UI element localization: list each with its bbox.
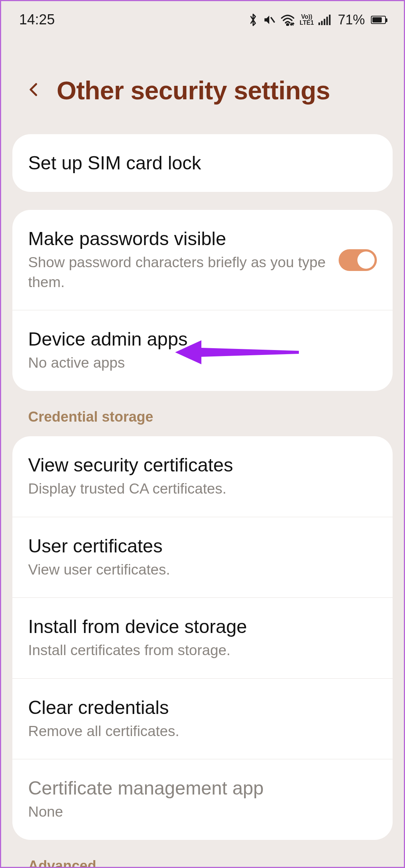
status-icons: Vo)) LTE1 71% bbox=[248, 12, 386, 28]
page-title: Other security settings bbox=[57, 76, 330, 105]
item-device-admin-apps[interactable]: Device admin apps No active apps bbox=[12, 310, 393, 391]
item-subtitle: Display trusted CA certificates. bbox=[28, 479, 377, 499]
item-subtitle: Install certificates from storage. bbox=[28, 641, 377, 660]
item-title: Device admin apps bbox=[28, 328, 377, 350]
item-make-passwords-visible[interactable]: Make passwords visible Show password cha… bbox=[12, 210, 393, 310]
item-subtitle: View user certificates. bbox=[28, 560, 377, 580]
toggle-passwords-visible[interactable] bbox=[339, 249, 377, 271]
battery-icon bbox=[371, 16, 386, 24]
item-sim-card-lock[interactable]: Set up SIM card lock bbox=[12, 134, 393, 192]
item-subtitle: None bbox=[28, 802, 377, 822]
volte-icon: Vo)) LTE1 bbox=[300, 14, 314, 26]
mute-icon bbox=[263, 13, 276, 26]
item-install-from-storage[interactable]: Install from device storage Install cert… bbox=[12, 597, 393, 678]
back-icon[interactable] bbox=[25, 81, 42, 99]
svg-rect-5 bbox=[324, 19, 325, 25]
item-subtitle: No active apps bbox=[28, 353, 377, 373]
item-title: Make passwords visible bbox=[28, 228, 327, 250]
item-title: View security certificates bbox=[28, 454, 377, 476]
bluetooth-icon bbox=[248, 13, 258, 27]
battery-percent: 71% bbox=[338, 12, 365, 28]
section-credential-storage: Credential storage bbox=[1, 409, 404, 436]
svg-rect-4 bbox=[321, 21, 322, 25]
section-advanced: Advanced bbox=[1, 858, 404, 868]
svg-rect-6 bbox=[326, 16, 328, 25]
item-title: Clear credentials bbox=[28, 697, 377, 718]
item-clear-credentials[interactable]: Clear credentials Remove all certificate… bbox=[12, 678, 393, 759]
svg-rect-7 bbox=[329, 15, 330, 25]
item-title: User certificates bbox=[28, 535, 377, 557]
page-header: Other security settings bbox=[1, 38, 404, 127]
item-view-security-certificates[interactable]: View security certificates Display trust… bbox=[12, 436, 393, 517]
item-title: Certificate management app bbox=[28, 777, 377, 799]
item-subtitle: Remove all certificates. bbox=[28, 721, 377, 741]
item-subtitle: Show password characters briefly as you … bbox=[28, 253, 327, 292]
item-certificate-management-app[interactable]: Certificate management app None bbox=[12, 759, 393, 840]
signal-icon bbox=[318, 15, 331, 25]
status-time: 14:25 bbox=[19, 12, 55, 28]
item-title: Install from device storage bbox=[28, 616, 377, 638]
card-sim: Set up SIM card lock bbox=[12, 134, 393, 192]
wifi-icon bbox=[280, 14, 295, 26]
card-passwords-admin: Make passwords visible Show password cha… bbox=[12, 210, 393, 391]
item-user-certificates[interactable]: User certificates View user certificates… bbox=[12, 517, 393, 598]
svg-rect-3 bbox=[318, 22, 320, 25]
card-credential: View security certificates Display trust… bbox=[12, 436, 393, 840]
item-title: Set up SIM card lock bbox=[28, 152, 377, 174]
status-bar: 14:25 Vo)) LTE1 bbox=[1, 1, 404, 38]
svg-point-2 bbox=[287, 24, 289, 25]
